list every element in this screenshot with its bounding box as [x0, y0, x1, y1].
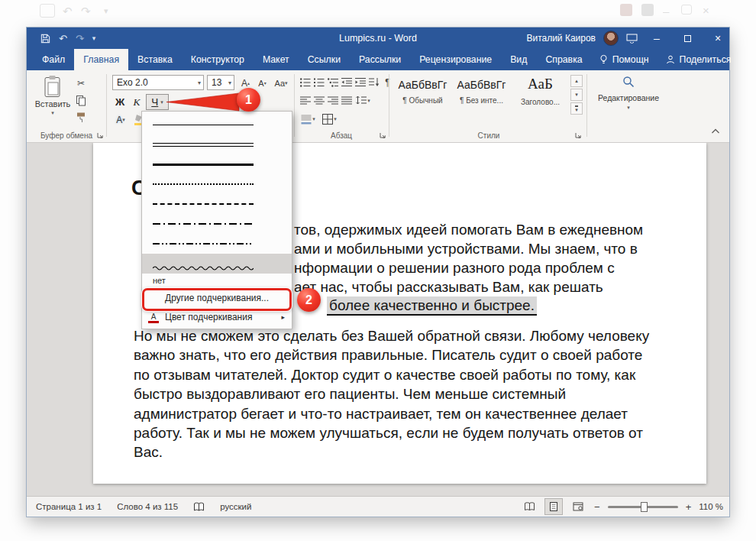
zoom-slider-thumb[interactable]	[641, 502, 648, 512]
numbering-button[interactable]	[312, 76, 325, 89]
tab-view[interactable]: Вид	[501, 49, 536, 70]
underline-style-dotted[interactable]	[142, 174, 292, 194]
paragraph-line: тов, одержимых идеей помогать Вам в ежед…	[294, 222, 643, 238]
style-preview: АаБ	[528, 76, 553, 92]
underline-style-double[interactable]	[142, 134, 292, 154]
underline-style-single[interactable]	[142, 115, 292, 134]
bold-button[interactable]: Ж	[112, 94, 128, 110]
text-effects-button[interactable]: А ▾	[112, 113, 129, 126]
selected-text[interactable]: более качественно и быстрее.	[327, 296, 537, 316]
italic-button[interactable]: К	[129, 94, 144, 110]
undo-button[interactable]: ↶	[59, 34, 67, 44]
format-painter-button[interactable]	[74, 110, 88, 124]
zoom-slider[interactable]	[608, 506, 678, 508]
underline-style-dash-dot-dot[interactable]	[142, 234, 292, 254]
text-effects-caret-icon: ▾	[122, 117, 125, 123]
font-name-combo[interactable]: Exo 2.0 ▾	[112, 75, 204, 90]
zoom-out-button[interactable]: −	[594, 501, 600, 513]
styles-more-button[interactable]: ▾	[570, 102, 583, 115]
bullets-button[interactable]	[299, 76, 312, 89]
underline-button[interactable]: Ч ▾	[146, 94, 169, 110]
proofing-icon[interactable]	[193, 502, 205, 512]
tab-layout[interactable]: Макет	[254, 49, 299, 70]
style-normal[interactable]: АаБбВвГг ¶ Обычный	[395, 74, 451, 125]
background-undo-icon: ↶	[63, 5, 73, 18]
font-size-combo[interactable]: 13 ▾	[207, 75, 234, 90]
paragraph-dialog-launcher[interactable]	[380, 132, 387, 140]
style-name: ¶ Обычный	[402, 96, 442, 105]
style-no-spacing[interactable]: АаБбВвГг ¶ Без инте...	[454, 74, 509, 125]
qat-customize-button[interactable]: ▾	[92, 35, 96, 42]
avatar[interactable]	[603, 31, 619, 46]
save-icon[interactable]	[40, 34, 50, 44]
cut-button[interactable]: ✂	[74, 76, 88, 90]
styles-dialog-launcher[interactable]	[575, 132, 583, 140]
align-center-button[interactable]	[312, 94, 325, 107]
style-heading[interactable]: АаБ Заголово...	[512, 74, 568, 125]
underline-glyph: Ч	[151, 96, 158, 108]
editing-dropdown[interactable]: Редактирование ▾	[587, 75, 670, 130]
word-window: ↶ ↷ ▾ Lumpics.ru - Word Виталий Каиров –…	[27, 28, 729, 517]
copy-button[interactable]	[74, 93, 88, 107]
word-count[interactable]: Слово 4 из 115	[117, 502, 178, 511]
tab-references[interactable]: Ссылки	[299, 49, 350, 70]
align-left-button[interactable]	[299, 94, 312, 107]
sort-button[interactable]	[367, 76, 380, 89]
tab-insert[interactable]: Вставка	[128, 49, 182, 70]
close-button[interactable]: ×	[706, 28, 729, 49]
share-button[interactable]: Поделиться	[657, 49, 741, 70]
styles-scroll-up[interactable]: ▴	[570, 75, 583, 87]
clipboard-dialog-launcher[interactable]	[97, 132, 105, 140]
bullet-list-icon	[299, 76, 312, 89]
multilevel-list-button[interactable]	[326, 76, 339, 89]
print-layout-button[interactable]	[545, 499, 562, 514]
ribbon-display-options-icon[interactable]	[626, 34, 638, 44]
zoom-level[interactable]: 110 %	[699, 502, 723, 511]
read-mode-button[interactable]	[521, 499, 538, 514]
language-indicator[interactable]: русский	[220, 502, 251, 511]
align-right-icon	[327, 95, 339, 107]
borders-button[interactable]: ▾	[320, 112, 338, 125]
paragraph-line: Вас.	[134, 442, 649, 462]
redo-button[interactable]: ↷	[76, 34, 84, 44]
styles-scroll-down[interactable]: ▾	[570, 89, 583, 101]
tab-help[interactable]: Справка	[536, 49, 591, 70]
collapse-ribbon-button[interactable]	[711, 128, 720, 134]
line-spacing-button[interactable]: ▾	[354, 94, 372, 107]
paragraph-line: ает нас, чтобы рассказывать Вам, как реш…	[294, 279, 603, 296]
font-size-caret-icon: ▾	[228, 79, 231, 86]
maximize-button[interactable]	[676, 28, 699, 49]
justify-button[interactable]	[340, 94, 353, 107]
underline-style-dash-dot[interactable]	[142, 214, 292, 234]
align-right-button[interactable]	[326, 94, 339, 107]
underline-style-dashed[interactable]	[142, 194, 292, 214]
change-case-button[interactable]: Аа▾	[273, 76, 289, 89]
tell-me-assistant[interactable]: Помощн	[592, 49, 657, 70]
web-layout-button[interactable]	[570, 499, 586, 514]
page-indicator[interactable]: Страница 1 из 1	[36, 502, 102, 511]
decrease-indent-button[interactable]	[340, 76, 353, 89]
tab-mailings[interactable]: Рассылки	[350, 49, 410, 70]
increase-indent-button[interactable]	[354, 76, 367, 89]
outdent-icon	[341, 76, 353, 89]
tab-design[interactable]: Конструктор	[182, 49, 254, 70]
shrink-font-button[interactable]: А▾	[256, 76, 269, 89]
zoom-in-button[interactable]: +	[686, 501, 692, 513]
tab-file[interactable]: Файл	[33, 49, 74, 70]
show-marks-button[interactable]: ¶	[381, 76, 394, 89]
minimize-button[interactable]: –	[645, 28, 668, 49]
style-preview: АаБбВвГг	[457, 79, 506, 91]
tab-review[interactable]: Рецензирование	[410, 49, 501, 70]
line-spacing-icon	[355, 95, 367, 107]
underline-style-thick[interactable]	[142, 154, 292, 174]
tab-home[interactable]: Главная	[74, 49, 128, 70]
account-name[interactable]: Виталий Каиров	[526, 33, 596, 44]
paste-button[interactable]: Вставить ▾	[34, 74, 71, 131]
underline-style-wavy[interactable]	[142, 254, 292, 274]
change-case-glyph: Аа	[274, 79, 285, 88]
underline-none-item[interactable]: нет	[142, 274, 292, 287]
font-name-value: Exo 2.0	[117, 77, 148, 88]
text-effects-glyph: А	[116, 115, 122, 125]
quick-access-toolbar: ↶ ↷ ▾	[40, 34, 95, 44]
shading-button[interactable]: ▾	[299, 112, 317, 125]
